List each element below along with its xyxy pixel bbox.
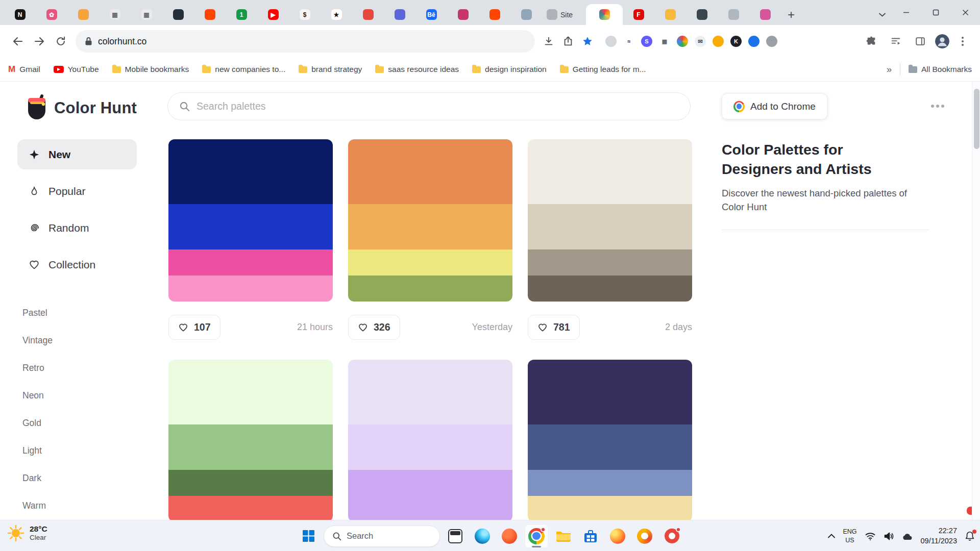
color-stripe[interactable] [348,204,512,249]
browser-tab[interactable] [479,4,510,25]
file-explorer-icon[interactable] [552,524,575,548]
tray-chevron-icon[interactable] [828,534,835,538]
page-scrollbar[interactable] [972,82,980,520]
color-stripe[interactable] [168,424,333,470]
language-indicator[interactable]: ENG US [843,528,856,544]
new-tab-button[interactable]: + [781,4,801,25]
microsoft-store-icon[interactable] [579,524,602,548]
color-stripe[interactable] [168,496,333,520]
color-stripe[interactable] [348,360,512,424]
taskbar-search-input[interactable] [347,531,459,541]
tag-light[interactable]: Light [17,437,137,464]
pinwheel-extension-icon[interactable] [677,36,688,47]
palette-card[interactable] [348,139,512,302]
active-tab[interactable] [586,4,623,25]
color-stripe[interactable] [528,249,692,276]
gray-extension-icon[interactable] [766,36,777,47]
close-button[interactable] [950,0,980,25]
browser-tab[interactable]: ▦ [131,4,162,25]
download-icon[interactable] [539,31,558,52]
start-button[interactable] [297,524,320,548]
minimize-button[interactable] [891,0,921,25]
tab-search-caret-icon[interactable] [873,4,891,25]
add-to-chrome-button[interactable]: Add to Chrome [722,93,827,119]
search-input[interactable] [197,101,679,112]
k-extension-icon[interactable]: K [730,36,742,47]
scrollbar-thumb[interactable] [974,89,979,149]
tag-warm[interactable]: Warm [17,492,137,519]
color-stripe[interactable] [348,470,512,496]
palette-search-bar[interactable] [167,92,691,120]
palette-card[interactable] [528,360,692,520]
browser-tab[interactable] [718,4,749,25]
palette-card[interactable] [168,360,333,520]
like-button[interactable]: 107 [168,315,220,340]
taskbar-search[interactable] [324,525,440,547]
browser-tab[interactable] [384,4,415,25]
color-stripe[interactable] [168,360,333,424]
bookmark-folder[interactable]: Mobile bookmarks [112,65,189,74]
grid-extension-icon[interactable]: ▦ [659,36,670,47]
browser-menu-icon[interactable] [954,31,971,52]
bookmark-folder[interactable]: saas resource ideas [375,65,459,74]
forward-button[interactable] [29,31,50,52]
firefox-icon[interactable] [606,524,629,548]
bookmarks-overflow-icon[interactable]: » [887,64,892,75]
tag-gold[interactable]: Gold [17,409,137,437]
edge-icon[interactable] [471,524,494,548]
bookmark-star-icon[interactable] [578,31,597,52]
cloud-icon[interactable] [902,532,913,540]
tag-retro[interactable]: Retro [17,354,137,382]
blue-extension-icon[interactable] [748,36,760,47]
browser-tab[interactable] [352,4,384,25]
gray-dot-extension-icon[interactable] [605,36,617,47]
browser-tab[interactable] [686,4,718,25]
color-stripe[interactable] [528,139,692,204]
tag-neon[interactable]: Neon [17,382,137,409]
color-stripe[interactable] [348,276,512,302]
sidebar-item-new[interactable]: New [17,139,137,169]
browser-tab[interactable] [447,4,479,25]
site-title[interactable]: Color Hunt [54,99,137,117]
bookmark-youtube[interactable]: YouTube [54,65,99,74]
volume-icon[interactable] [884,532,894,541]
clock-widget[interactable]: 22:27 09/11/2023 [921,526,958,546]
palette-card[interactable] [168,139,333,302]
browser-tab[interactable] [654,4,686,25]
color-stripe[interactable] [528,496,692,520]
browser-tab[interactable]: ▶ [257,4,289,25]
bookmark-folder[interactable]: new companies to... [202,65,285,74]
maximize-button[interactable] [921,0,950,25]
bookmark-folder[interactable]: design inspiration [472,65,547,74]
tag-dark[interactable]: Dark [17,464,137,492]
palette-card[interactable] [528,139,692,302]
like-button[interactable]: 781 [528,315,580,340]
color-stripe[interactable] [168,470,333,496]
color-stripe[interactable] [348,424,512,470]
site-tab[interactable]: Site [542,4,586,25]
sidebar-item-collection[interactable]: Collection [17,249,137,280]
browser-tab[interactable] [162,4,194,25]
color-stripe[interactable] [528,360,692,424]
tag-vintage[interactable]: Vintage [17,327,137,354]
brave-icon[interactable] [498,524,521,548]
profile-avatar[interactable] [935,34,949,48]
like-button[interactable]: 326 [348,315,400,340]
colorhunt-logo[interactable] [25,94,48,119]
browser-tab[interactable]: N [4,4,36,25]
chrome-icon[interactable] [525,524,548,548]
reload-button[interactable] [50,31,71,52]
color-stripe[interactable] [168,276,333,302]
browser-tab[interactable] [67,4,99,25]
sidebar-item-popular[interactable]: Popular [17,176,137,206]
browser-tab[interactable]: 1 [226,4,257,25]
color-stripe[interactable] [348,249,512,276]
stripe-extension-icon[interactable]: S [641,36,652,47]
media-queue-icon[interactable] [886,31,905,52]
color-stripe[interactable] [348,139,512,204]
color-stripe[interactable] [528,470,692,496]
color-stripe[interactable] [528,276,692,302]
mail-extension-icon[interactable]: ✉ [695,36,706,47]
address-bar[interactable]: colorhunt.co [76,30,535,53]
site-menu-icon[interactable] [931,105,944,108]
